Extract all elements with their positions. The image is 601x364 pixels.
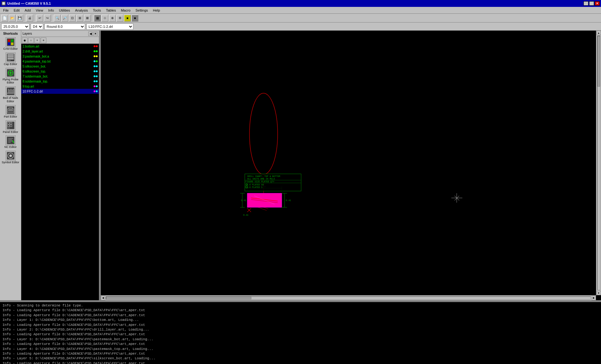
menu-utilities[interactable]: Utilities: [56, 8, 72, 13]
zoom-window-button[interactable]: ⊞: [76, 15, 83, 22]
toolbar-sep3: [52, 15, 53, 21]
menu-view[interactable]: View: [33, 8, 46, 13]
menu-settings[interactable]: Settings: [133, 8, 151, 13]
vertical-scroll-track[interactable]: [597, 36, 600, 290]
layer-item-9[interactable]: 9:top.art: [21, 84, 99, 89]
color-dot-3b: [96, 55, 98, 57]
svg-text:24.0    PLATED     50: 24.0 PLATED 50: [245, 184, 264, 186]
grid-button[interactable]: ▦: [94, 15, 101, 22]
layer-item-2[interactable]: 2:drill_layer.art: [21, 49, 99, 54]
save-button[interactable]: 💾: [16, 15, 23, 22]
layer-item-8[interactable]: 8:soldermask_top.: [21, 79, 99, 84]
console-area[interactable]: Info - Scanning to determine file type. …: [0, 301, 601, 364]
menu-analysis[interactable]: Analysis: [73, 8, 90, 13]
sidebar-item-flying-probe[interactable]: Flying Probe Editor: [1, 67, 20, 85]
svg-text:0.41: 0.41: [243, 214, 249, 216]
minimize-button[interactable]: _: [583, 1, 588, 6]
color-dot-5a: [94, 65, 95, 67]
titlebar: 🔲 Untitled — CAM350 V 9.5.1 _ □ ✕: [0, 0, 601, 7]
layer-item-10[interactable]: 10:FFC-1-2.drl: [21, 89, 99, 94]
menu-info[interactable]: Info: [46, 8, 56, 13]
cam-editor-label: CAM Editor: [3, 47, 18, 51]
menu-file[interactable]: File: [1, 8, 11, 13]
color-dot-7b: [96, 75, 98, 77]
svg-rect-3: [8, 43, 10, 45]
toolbar-sep1: [24, 15, 25, 21]
sidebar-item-cap-editor[interactable]: Cap Editor: [1, 52, 20, 67]
zoom-out-button[interactable]: 🔎: [61, 15, 68, 22]
layer-all-on-btn[interactable]: ◉: [22, 38, 28, 43]
measure-button[interactable]: ⊕: [109, 15, 116, 22]
layer-item-5[interactable]: 5:silkscreen_bot.: [21, 64, 99, 69]
layer-item-1[interactable]: 1:bottom.art: [21, 44, 99, 49]
sidebar-item-cam-editor[interactable]: CAM Editor: [1, 37, 20, 51]
menu-tables[interactable]: Tables: [103, 8, 118, 13]
maximize-button[interactable]: □: [589, 1, 594, 6]
open-button[interactable]: 📂: [9, 15, 16, 22]
color-dot-1a: [94, 45, 95, 47]
zoom-fit-button[interactable]: ⊡: [69, 15, 76, 22]
undo-button[interactable]: ↩: [36, 15, 43, 22]
layer-item-2-colors: [94, 50, 98, 52]
sidebar-item-nc-editor[interactable]: NC Editor: [1, 135, 20, 149]
sidebar-item-part-editor[interactable]: Part Editor: [1, 104, 20, 119]
snap-button[interactable]: ⊹: [101, 15, 108, 22]
layer-item-6-name: 6:silkscreen_top.: [23, 70, 94, 73]
layer-item-4[interactable]: 4:pastemask_top.txt: [21, 59, 99, 64]
layer-item-6[interactable]: 6:silkscreen_top.: [21, 69, 99, 74]
color-dot-5b: [96, 65, 98, 67]
canvas-area[interactable]: 0.41 1.10 0.41 0.41 DRILL CHART: TOP & B…: [101, 31, 601, 300]
sidebar-item-bed-of-nails[interactable]: Bed of Nails Editor: [1, 86, 20, 104]
console-line-3: Info - Loading Aperture file D:\CADENCE\…: [3, 313, 598, 318]
scroll-left-btn[interactable]: ◀: [101, 296, 105, 300]
toolbar-sep4: [92, 15, 93, 21]
svg-rect-8: [8, 58, 14, 59]
layer-item-3[interactable]: 3:pastemask_bot.a: [21, 54, 99, 59]
vertical-scrollbar[interactable]: ▲ ▼: [596, 31, 601, 295]
layer-panel-close-btn[interactable]: ✕: [93, 32, 98, 36]
layer-item-7[interactable]: 7:soldermask_bot.: [21, 74, 99, 79]
redo-button[interactable]: ↪: [44, 15, 51, 22]
layer-props-btn[interactable]: ≡: [41, 38, 46, 43]
menu-macro[interactable]: Macro: [118, 8, 133, 13]
sidebar-item-panel-editor[interactable]: Panel Editor: [1, 120, 20, 134]
drill-select[interactable]: D46: [31, 23, 43, 30]
scroll-up-btn[interactable]: ▲: [597, 31, 601, 35]
menu-add[interactable]: Add: [22, 8, 33, 13]
menu-edit[interactable]: Edit: [11, 8, 22, 13]
zoom-all-button[interactable]: ⊠: [84, 15, 91, 22]
horizontal-scrollbar[interactable]: ◀ ▶: [101, 295, 596, 300]
layer-panel-resize-btn[interactable]: ◀: [88, 32, 93, 36]
layer-item-3-name: 3:pastemask_bot.a: [23, 55, 94, 58]
horizontal-scroll-thumb[interactable]: [106, 297, 251, 299]
svg-rect-41: [101, 31, 601, 300]
new-button[interactable]: 📄: [1, 15, 8, 22]
layer-item-5-colors: [94, 65, 98, 67]
color-button[interactable]: ■: [124, 15, 131, 22]
color-dot-4b: [96, 60, 98, 62]
settings-icon-button[interactable]: ⚙: [116, 15, 123, 22]
sidebar: Shortcuts CAM Editor: [0, 31, 21, 300]
menu-help[interactable]: Help: [151, 8, 163, 13]
scroll-right-btn[interactable]: ▶: [592, 296, 596, 300]
layer-add-btn[interactable]: +: [34, 38, 40, 43]
vertical-scroll-thumb[interactable]: [598, 36, 600, 87]
layer-select[interactable]: L10:FFC-1-2.drl: [86, 23, 133, 30]
dark-button[interactable]: ■: [131, 15, 138, 22]
print-button[interactable]: 🖨: [26, 15, 33, 22]
horizontal-scroll-track[interactable]: [106, 296, 591, 300]
scroll-down-btn[interactable]: ▼: [597, 291, 601, 295]
close-button[interactable]: ✕: [595, 1, 600, 6]
coord-select[interactable]: 25.0:25.0: [1, 23, 29, 30]
layer-all-off-btn[interactable]: ○: [28, 38, 34, 43]
svg-point-40: [9, 154, 12, 157]
bed-of-nails-icon: [6, 86, 16, 96]
part-editor-label: Part Editor: [4, 115, 17, 119]
menu-tools[interactable]: Tools: [90, 8, 104, 13]
round-select[interactable]: Round 8.0: [44, 23, 85, 30]
titlebar-title: Untitled — CAM350 V 9.5.1: [7, 2, 51, 5]
zoom-in-button[interactable]: 🔍: [54, 15, 61, 22]
sidebar-item-symbol-editor[interactable]: Symbol Editor: [1, 150, 20, 165]
layer-item-9-name: 9:top.art: [23, 85, 94, 88]
cam-editor-icon: [6, 37, 16, 47]
